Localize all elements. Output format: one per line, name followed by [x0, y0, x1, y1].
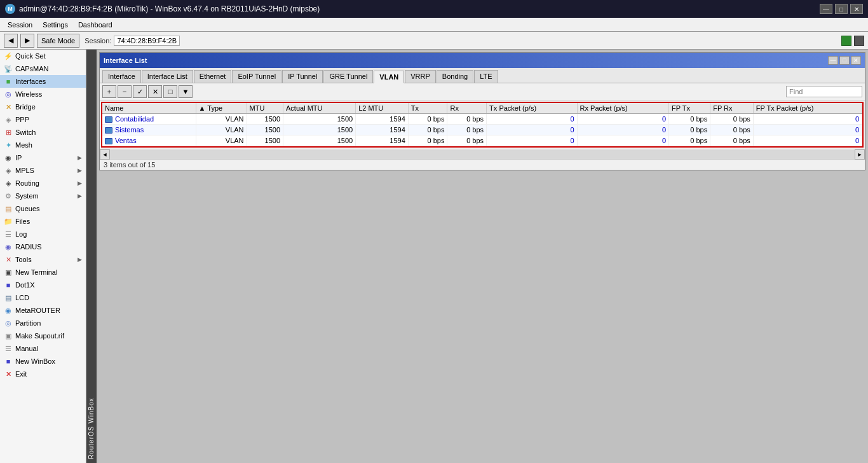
sidebar-item-ppp[interactable]: ◈PPP: [0, 113, 86, 126]
table-row[interactable]: SistemasVLAN1500150015940 bps0 bps000 bp…: [102, 125, 862, 135]
sidebar-label-mpls: MPLS: [15, 167, 75, 174]
table-cell: VLAN: [196, 114, 247, 125]
sidebar-item-make-supout[interactable]: ▣Make Supout.rif: [0, 329, 86, 342]
tab-gre-tunnel[interactable]: GRE Tunnel: [323, 70, 373, 83]
status-indicator: [841, 36, 851, 46]
table-cell: 0 bps: [447, 125, 487, 135]
minimize-button[interactable]: —: [820, 4, 832, 14]
sidebar-item-capsman[interactable]: 📡CAPsMAN: [0, 62, 86, 75]
table-cell: 0: [577, 125, 669, 135]
col-header-0[interactable]: Name: [102, 103, 196, 114]
table-cell: 0 bps: [710, 135, 754, 146]
sidebar-item-system[interactable]: ⚙System▶: [0, 190, 86, 202]
sidebar-item-ip[interactable]: ◉IP▶: [0, 151, 86, 164]
search-input[interactable]: [786, 86, 862, 97]
tab-interface-list[interactable]: Interface List: [142, 70, 193, 83]
tools-icon: ✕: [4, 255, 13, 264]
horizontal-scrollbar[interactable]: ◄ ►: [100, 149, 865, 159]
sidebar-item-files[interactable]: 📁Files: [0, 215, 86, 228]
sidebar-item-mesh[interactable]: ✦Mesh: [0, 139, 86, 151]
forward-button[interactable]: ▶: [20, 34, 34, 48]
sidebar-label-lcd: LCD: [15, 294, 82, 301]
tab-lte[interactable]: LTE: [474, 70, 498, 83]
sidebar-item-queues[interactable]: ▤Queues: [0, 202, 86, 215]
col-header-7[interactable]: Tx Packet (p/s): [487, 103, 577, 114]
sidebar-item-quick-set[interactable]: ⚡Quick Set: [0, 50, 86, 62]
col-header-8[interactable]: Rx Packet (p/s): [577, 103, 669, 114]
content-area: Interface List — □ ✕ InterfaceInterface …: [97, 50, 868, 463]
status-bar: 3 items out of 15: [100, 159, 865, 170]
sidebar-label-new-winbox: New WinBox: [15, 357, 82, 365]
scroll-track[interactable]: [110, 150, 855, 159]
sidebar-item-radius[interactable]: ◉RADIUS: [0, 240, 86, 253]
check-button[interactable]: ✓: [133, 85, 147, 98]
remove-button[interactable]: −: [118, 85, 132, 98]
copy-button[interactable]: □: [163, 85, 177, 98]
add-button[interactable]: +: [102, 85, 116, 98]
back-button[interactable]: ◀: [4, 34, 18, 48]
sidebar-item-interfaces[interactable]: ■Interfaces: [0, 75, 86, 88]
window-maximize-button[interactable]: □: [839, 56, 850, 65]
menu-session[interactable]: Session: [3, 20, 37, 30]
tab-vlan[interactable]: VLAN: [374, 71, 404, 83]
menu-dashboard[interactable]: Dashboard: [73, 20, 118, 30]
col-header-11[interactable]: FP Tx Packet (p/s): [753, 103, 862, 114]
interface-icon: [105, 127, 112, 134]
tab-interface[interactable]: Interface: [102, 70, 141, 83]
col-header-5[interactable]: Tx: [408, 103, 447, 114]
menu-settings[interactable]: Settings: [37, 20, 73, 30]
sidebar-item-dot1x[interactable]: ■Dot1X: [0, 279, 86, 291]
close-button[interactable]: ✕: [850, 4, 863, 14]
sidebar-item-exit[interactable]: ✕Exit: [0, 368, 86, 380]
tab-bonding[interactable]: Bonding: [437, 70, 473, 83]
sidebar-item-manual[interactable]: ☰Manual: [0, 342, 86, 355]
sidebar-label-new-terminal: New Terminal: [15, 268, 82, 276]
sidebar-item-wireless[interactable]: ◎Wireless: [0, 88, 86, 100]
sidebar-item-mpls[interactable]: ◈MPLS▶: [0, 164, 86, 177]
uncheck-button[interactable]: ✕: [148, 85, 162, 98]
col-header-1[interactable]: ▲ Type: [196, 103, 247, 114]
col-header-4[interactable]: L2 MTU: [356, 103, 409, 114]
sidebar-item-lcd[interactable]: ▤LCD: [0, 291, 86, 304]
window-minimize-button[interactable]: —: [828, 56, 838, 65]
scroll-left-button[interactable]: ◄: [100, 149, 110, 160]
bridge-icon: ✕: [4, 102, 13, 111]
col-header-6[interactable]: Rx: [447, 103, 487, 114]
col-header-2[interactable]: MTU: [247, 103, 283, 114]
expand-arrow-ip: ▶: [78, 155, 82, 161]
table-row[interactable]: ContabilidadVLAN1500150015940 bps0 bps00…: [102, 114, 862, 125]
table-row[interactable]: VentasVLAN1500150015940 bps0 bps000 bps0…: [102, 135, 862, 146]
sidebar-item-routing[interactable]: ◈Routing▶: [0, 177, 86, 190]
sidebar-item-tools[interactable]: ✕Tools▶: [0, 253, 86, 266]
sidebar-item-new-winbox[interactable]: ■New WinBox: [0, 355, 86, 368]
tab-vrrp[interactable]: VRRP: [405, 70, 436, 83]
capsman-icon: 📡: [4, 64, 13, 73]
table-cell: 1594: [356, 125, 409, 135]
sidebar-item-bridge[interactable]: ✕Bridge: [0, 100, 86, 113]
sidebar: ⚡Quick Set📡CAPsMAN■Interfaces◎Wireless✕B…: [0, 50, 86, 463]
col-header-10[interactable]: FP Rx: [710, 103, 754, 114]
expand-arrow-routing: ▶: [78, 180, 82, 186]
safemode-button[interactable]: Safe Mode: [37, 34, 79, 48]
quick-set-icon: ⚡: [4, 52, 13, 60]
new-terminal-icon: ▣: [4, 268, 13, 277]
main-toolbar: ◀ ▶ Safe Mode Session: 74:4D:28:B9:F4:2B: [0, 32, 868, 50]
col-header-3[interactable]: Actual MTU: [283, 103, 356, 114]
tab-eoip-tunnel[interactable]: EoIP Tunnel: [232, 70, 281, 83]
table-cell: 1594: [356, 135, 409, 146]
tab-ethernet[interactable]: Ethernet: [194, 70, 232, 83]
sidebar-item-log[interactable]: ☰Log: [0, 228, 86, 240]
tab-ip-tunnel[interactable]: IP Tunnel: [282, 70, 323, 83]
sidebar-label-bridge: Bridge: [15, 103, 82, 111]
sidebar-item-metarouter[interactable]: ◉MetaROUTER: [0, 304, 86, 317]
window-title-text: Interface List: [104, 57, 147, 64]
maximize-button[interactable]: □: [835, 4, 848, 14]
window-close-button[interactable]: ✕: [851, 56, 861, 65]
filter-button[interactable]: ▼: [179, 85, 193, 98]
sidebar-item-partition[interactable]: ◎Partition: [0, 317, 86, 329]
sidebar-item-switch[interactable]: ⊞Switch: [0, 126, 86, 139]
switch-icon: ⊞: [4, 128, 13, 137]
scroll-right-button[interactable]: ►: [855, 149, 865, 160]
sidebar-item-new-terminal[interactable]: ▣New Terminal: [0, 266, 86, 279]
col-header-9[interactable]: FP Tx: [669, 103, 710, 114]
